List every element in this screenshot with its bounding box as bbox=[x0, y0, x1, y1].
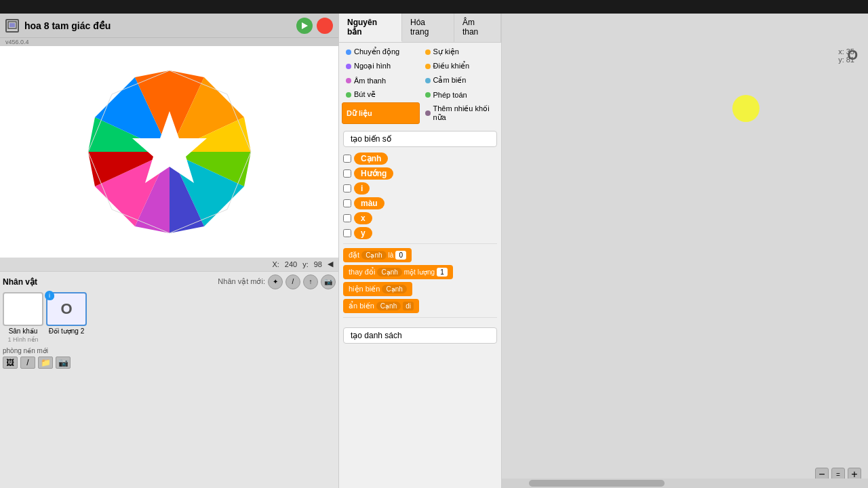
tao-bien-so-button[interactable]: tạo biến số bbox=[343, 131, 497, 147]
cat-dot-more bbox=[425, 110, 431, 116]
variable-row-x: x bbox=[343, 212, 497, 224]
thay-doi-label: thay đổi bbox=[349, 268, 375, 277]
cat-du-lieu[interactable]: Dữ liệu bbox=[342, 102, 420, 124]
var-block-huong[interactable]: Hướng bbox=[354, 167, 393, 180]
bg-folder-btn[interactable]: 📁 bbox=[38, 357, 53, 369]
version-text: v456.0.4 bbox=[0, 38, 338, 46]
stop-button[interactable] bbox=[317, 18, 333, 34]
canh-dropdown-an[interactable]: Cạnh bbox=[376, 302, 401, 310]
cat-dot-looks bbox=[346, 64, 351, 69]
var-block-mau[interactable]: màu bbox=[354, 197, 384, 209]
scrollbar-thumb[interactable] bbox=[529, 480, 665, 487]
bg-paint-btn[interactable]: 🖼 bbox=[3, 357, 18, 369]
divider1 bbox=[343, 243, 497, 244]
cat-label-events: Sự kiện bbox=[433, 47, 459, 56]
block-dat[interactable]: đặt Cạnh là 0 bbox=[343, 248, 412, 262]
cat-label-control: Điều khiển bbox=[433, 62, 470, 70]
cat-am-thanh[interactable]: Âm thanh bbox=[342, 74, 420, 87]
canh-dropdown-dat[interactable]: Cạnh bbox=[361, 251, 386, 260]
phong-nen-label: phòng nền mới bbox=[3, 347, 48, 354]
cat-cam-bien[interactable]: Cảm biến bbox=[421, 74, 499, 87]
bg-edit-btn[interactable]: / bbox=[20, 357, 35, 369]
coords-bar: X: 240 y: 98 ◀ bbox=[0, 258, 338, 271]
cat-label-motion: Chuyển động bbox=[354, 47, 399, 56]
tabs: Nguyên bản Hóa trang Âm than bbox=[339, 14, 501, 43]
categories: Chuyển động Sự kiện Ngoại hình Điều khiể… bbox=[339, 43, 501, 127]
sprite-paint-btn[interactable]: ✦ bbox=[268, 274, 283, 289]
variable-row-mau: màu bbox=[343, 197, 497, 209]
var-checkbox-y[interactable] bbox=[343, 229, 351, 237]
cat-dot-sound bbox=[346, 78, 351, 83]
block-hien-bien[interactable]: hiện biến Cạnh bbox=[343, 282, 412, 296]
cat-label-sensing: Cảm biến bbox=[433, 76, 467, 85]
object2-thumb: O i bbox=[46, 292, 87, 326]
object2-name: Đối tượng 2 bbox=[46, 327, 87, 335]
cat-dot-operators bbox=[425, 92, 431, 98]
sprite-edit-btn[interactable]: / bbox=[285, 274, 300, 289]
blocks-area: tạo biến số Cạnh Hướng i màu x bbox=[339, 127, 501, 488]
var-checkbox-mau[interactable] bbox=[343, 199, 351, 207]
bottom-scrollbar[interactable] bbox=[502, 479, 868, 488]
cat-su-kien[interactable]: Sự kiện bbox=[421, 45, 499, 58]
variable-row-canh: Cạnh bbox=[343, 152, 497, 165]
dat-value[interactable]: 0 bbox=[395, 251, 406, 260]
cat-dot-control bbox=[425, 64, 431, 69]
object2-sprite-item[interactable]: O i Đối tượng 2 bbox=[46, 292, 87, 343]
cat-chuyen-dong[interactable]: Chuyển động bbox=[342, 45, 420, 58]
block-thay-doi[interactable]: thay đổi Cạnh một lượng 1 bbox=[343, 265, 453, 279]
cat-label-sound: Âm thanh bbox=[354, 77, 386, 85]
sprites-new-btns: ✦ / ↑ 📷 bbox=[268, 274, 336, 289]
var-block-y[interactable]: y bbox=[354, 227, 372, 239]
sprite-camera-btn[interactable]: 📷 bbox=[321, 274, 336, 289]
cat-phep-toan[interactable]: Phép toán bbox=[421, 88, 499, 101]
cat-label-data: Dữ liệu bbox=[347, 109, 372, 118]
variable-row-huong: Hướng bbox=[343, 167, 497, 180]
coords-display: x: 35 y: 81 bbox=[838, 47, 854, 64]
cat-dot-events bbox=[425, 49, 431, 55]
mot-luong-label: một lượng bbox=[404, 268, 435, 276]
tab-hoa-trang[interactable]: Hóa trang bbox=[402, 14, 454, 42]
var-checkbox-x[interactable] bbox=[343, 214, 351, 222]
canh-dropdown-thay[interactable]: Cạnh bbox=[377, 268, 401, 277]
var-block-x[interactable]: x bbox=[354, 212, 372, 224]
hien-bien-label: hiện biến bbox=[349, 285, 380, 293]
cat-label-operators: Phép toán bbox=[433, 91, 467, 99]
sprites-new-label: Nhân vật mới: bbox=[218, 277, 265, 286]
cat-label-more: Thêm nhiều khối nữa bbox=[433, 104, 495, 122]
stage-controls bbox=[296, 18, 333, 34]
cursor-circle bbox=[732, 95, 760, 122]
var-block-i[interactable]: i bbox=[354, 182, 370, 195]
var-checkbox-canh[interactable] bbox=[343, 155, 351, 163]
dat-label: đặt bbox=[349, 251, 359, 260]
bg-camera-btn[interactable]: 📷 bbox=[56, 357, 71, 369]
y-value: 98 bbox=[314, 260, 322, 268]
sprites-panel: Nhân vật Nhân vật mới: ✦ / ↑ 📷 Sân khấu bbox=[0, 271, 338, 489]
x-value: 240 bbox=[285, 260, 297, 268]
divider2 bbox=[343, 317, 497, 318]
var-block-canh[interactable]: Cạnh bbox=[354, 152, 388, 165]
tao-danh-sach-button[interactable]: tạo danh sách bbox=[343, 327, 497, 344]
cat-dieu-khien[interactable]: Điều khiển bbox=[421, 60, 499, 73]
stage-title: hoa 8 tam giác đều bbox=[24, 20, 296, 31]
stage-name: Sân khấu bbox=[3, 327, 43, 335]
cat-dot-pen bbox=[346, 92, 351, 98]
thay-doi-value[interactable]: 1 bbox=[437, 268, 448, 277]
sprite-upload-btn[interactable]: ↑ bbox=[303, 274, 318, 289]
stage-sprite-item[interactable]: Sân khấu 1 Hình nền bbox=[3, 292, 43, 343]
green-flag-button[interactable] bbox=[296, 18, 313, 34]
block-an-bien[interactable]: ẩn biến Cạnh di bbox=[343, 299, 419, 313]
cat-them-nhieu[interactable]: Thêm nhiều khối nữa bbox=[421, 102, 499, 124]
var-checkbox-huong[interactable] bbox=[343, 169, 351, 178]
scroll-left[interactable]: ◀ bbox=[328, 260, 333, 268]
la-label: là bbox=[389, 251, 394, 259]
cat-ngoai-hinh[interactable]: Ngoại hình bbox=[342, 60, 420, 73]
stage-sub: 1 Hình nền bbox=[3, 336, 43, 343]
cat-label-pen: Bút vẽ bbox=[354, 90, 376, 99]
cat-but-ve[interactable]: Bút vẽ bbox=[342, 88, 420, 101]
middle-panel: Nguyên bản Hóa trang Âm than Chuyển động… bbox=[339, 14, 502, 488]
var-checkbox-i[interactable] bbox=[343, 184, 351, 192]
stage-bg-btns: 🖼 / 📁 📷 bbox=[3, 357, 336, 369]
tab-am-than[interactable]: Âm than bbox=[454, 14, 501, 42]
canh-dropdown-hien[interactable]: Cạnh bbox=[382, 285, 406, 293]
tab-nguyen-ban[interactable]: Nguyên bản bbox=[339, 14, 402, 42]
